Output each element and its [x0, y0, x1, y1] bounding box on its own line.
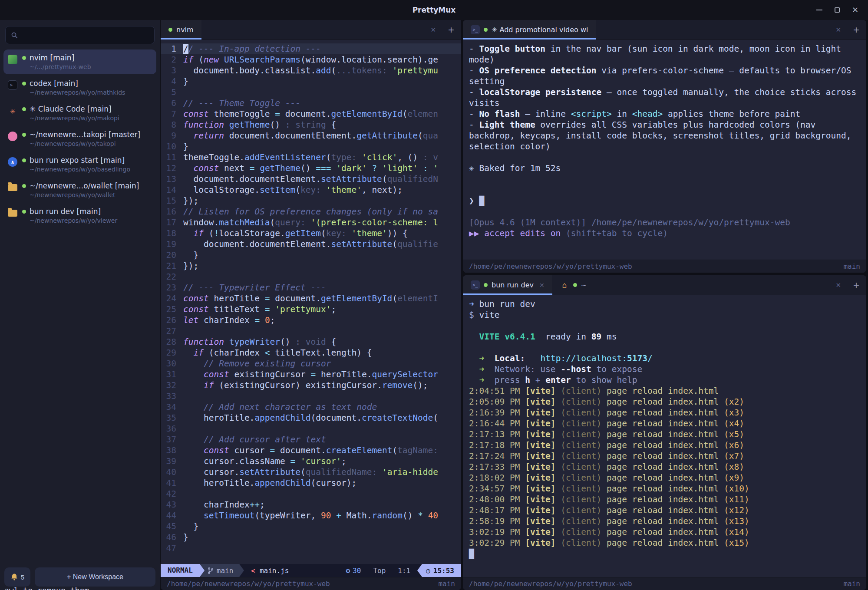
close-window-icon[interactable]: ✕: [852, 6, 858, 14]
text-token: , (): [397, 152, 423, 162]
vite-log-line: 2:17:18 PM [vite] (client) page reload i…: [469, 440, 863, 451]
new-workspace-button[interactable]: + New Workspace: [35, 567, 155, 587]
octopus-icon: [8, 132, 17, 141]
close-pane-icon[interactable]: ✕: [830, 275, 846, 295]
text-token: $: [469, 310, 474, 320]
log-token: [vite]: [525, 462, 555, 472]
editor-pane: nvim ✕ + 1// --- In-app detection ---2if…: [161, 20, 461, 590]
log-token: [520, 516, 525, 526]
session-item[interactable]: nvim [main]~/.../prettymux-web: [3, 49, 156, 74]
tab--add-promotional-video-wi[interactable]: >_✳ Add promotional video wi: [463, 20, 596, 40]
search-box[interactable]: [5, 26, 155, 44]
text-token: document.: [280, 109, 331, 119]
log-token: [719, 538, 724, 548]
text-token: // Remove existing cursor: [183, 359, 331, 369]
log-token: [vite]: [525, 494, 555, 504]
log-token: page reload index.html: [607, 494, 719, 504]
code-line: 36: [161, 423, 461, 434]
search-input[interactable]: [21, 32, 149, 39]
line-number: 29: [161, 347, 183, 358]
vite-log-line: 2:48:17 PM [vite] (client) page reload i…: [469, 505, 863, 516]
log-token: (x3): [724, 408, 744, 418]
text-token: const: [183, 109, 209, 119]
minimize-icon[interactable]: [816, 10, 822, 10]
running-status-dot: [22, 158, 26, 162]
text-token: [183, 228, 193, 238]
tab-nvim[interactable]: nvim: [161, 20, 201, 40]
text-token: qua: [423, 131, 438, 141]
text-token: [377, 163, 382, 173]
text-token: // Add cursor after text: [183, 435, 326, 445]
log-token: [556, 505, 561, 515]
log-token: [520, 386, 525, 396]
text-token: (): [403, 511, 418, 521]
new-tab-button[interactable]: +: [846, 20, 866, 40]
close-pane-icon[interactable]: ✕: [830, 20, 846, 40]
app-title: PrettyMux: [413, 6, 456, 14]
terminal-cursor-line[interactable]: █: [469, 548, 863, 559]
code-line: 5: [161, 87, 461, 98]
text-token: key:: [326, 228, 347, 238]
log-token: 2:16:39 PM: [469, 408, 520, 418]
dev-server-terminal-output[interactable]: ➜ bun run dev$ vite VITE v6.4.1 ready in…: [463, 295, 866, 577]
vite-log-line: 2:18:02 PM [vite] (client) page reload i…: [469, 472, 863, 483]
new-tab-button[interactable]: +: [441, 20, 461, 40]
session-item[interactable]: ~/newnewre…o/wallet [main]~/newnewrepos/…: [3, 178, 156, 202]
text-token: =: [265, 293, 270, 303]
text-token: 89: [591, 332, 601, 342]
text-token: [484, 353, 494, 363]
claude-terminal-output[interactable]: - Toggle button in the nav bar (sun icon…: [463, 40, 866, 260]
code-line: 1// --- In-app detection ---: [161, 43, 461, 54]
log-token: [601, 408, 607, 418]
notifications-button[interactable]: 5: [4, 567, 30, 587]
tab-bun-run-dev[interactable]: >_bun run dev✕: [463, 275, 552, 295]
tab--[interactable]: ⌂~: [552, 275, 594, 295]
line-number: 27: [161, 326, 183, 336]
text-token: (: [331, 66, 336, 76]
maximize-icon[interactable]: [835, 7, 840, 13]
code-line: 18 if (!localStorage.getItem(key: 'theme…: [161, 228, 461, 239]
log-token: [601, 538, 607, 548]
line-number: 6: [161, 98, 183, 109]
session-item[interactable]: ~/newnewre…takopi [master]~/newnewrepos/…: [3, 126, 156, 151]
log-token: [vite]: [525, 484, 555, 494]
text-token: -: [469, 66, 479, 76]
text-token: : void: [295, 337, 326, 347]
text-token: getItem: [285, 228, 321, 238]
log-token: (x6): [724, 440, 744, 450]
working-directory: /home/pe/newnewrepos/w/yo/prettymux-web: [469, 580, 632, 588]
text-token: ;: [341, 456, 347, 466]
text-token: }: [183, 76, 188, 86]
line-number: 41: [161, 478, 183, 488]
close-pane-icon[interactable]: ✕: [425, 20, 441, 40]
log-token: page reload index.html: [607, 505, 719, 515]
close-tab-icon[interactable]: ✕: [539, 282, 545, 289]
text-token: [270, 304, 275, 314]
text-token: URLSearchParams: [224, 55, 300, 65]
session-item[interactable]: ✳✳ Claude Code [main]~/newnewrepos/w/yo/…: [3, 101, 156, 125]
text-token: [367, 163, 372, 173]
log-token: (client): [561, 451, 601, 461]
new-tab-button[interactable]: +: [846, 275, 866, 295]
session-item[interactable]: >_codex [main]~/newnewrepos/w/yo/mathkid…: [3, 75, 156, 100]
session-item[interactable]: ∧bun run expo start [main]~/newnewrepos/…: [3, 152, 156, 177]
code-line: 14 localStorage.setItem(key: 'theme', ne…: [161, 185, 461, 195]
text-token: (charIndex: [204, 348, 265, 358]
working-directory: /home/pe/newnewrepos/w/yo/prettymux-web: [469, 262, 632, 270]
terminal-icon: >_: [8, 80, 17, 90]
text-token: [418, 163, 423, 173]
text-token: themeToggle.: [183, 152, 244, 162]
session-item[interactable]: bun run dev [main]~/newnewrepos/w/yo/vie…: [3, 203, 156, 228]
code-line: 44 setTimeout(typeWriter, 90 + Math.rand…: [161, 510, 461, 521]
line-number: 13: [161, 174, 183, 185]
text-token: (): [300, 163, 316, 173]
code-line: 40 cursor.setAttribute(qualifiedName: 'a…: [161, 467, 461, 478]
text-token: 5173: [627, 353, 647, 363]
branch-name: main: [217, 567, 234, 575]
log-token: (x12): [724, 505, 749, 515]
code-editor[interactable]: 1// --- In-app detection ---2if (new URL…: [161, 40, 461, 564]
terminal-output-line: ➜ bun run dev: [469, 299, 863, 310]
text-token: [183, 163, 193, 173]
log-token: (x7): [724, 451, 744, 461]
line-number: 11: [161, 152, 183, 163]
